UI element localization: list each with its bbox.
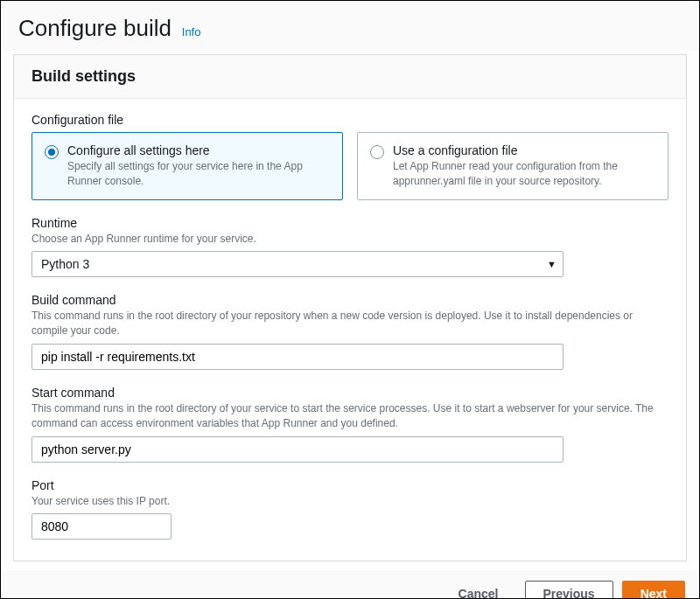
port-group: Port Your service uses this IP port. [32, 478, 668, 540]
radio-icon [370, 145, 384, 159]
page-header: Configure build Info [1, 1, 699, 51]
cancel-button[interactable]: Cancel [441, 582, 516, 599]
radio-icon [45, 145, 59, 159]
configuration-file-label: Configuration file [32, 113, 668, 127]
runtime-group: Runtime Choose an App Runner runtime for… [32, 216, 668, 278]
radio-title: Configure all settings here [67, 143, 330, 157]
start-command-desc: This command runs in the root directory … [32, 401, 668, 431]
build-command-label: Build command [32, 293, 668, 307]
next-button[interactable]: Next [622, 581, 685, 599]
start-command-label: Start command [32, 386, 668, 400]
panel-header: Build settings [14, 55, 686, 99]
build-command-input[interactable] [32, 344, 564, 370]
build-command-desc: This command runs in the root directory … [32, 309, 668, 338]
port-input[interactable] [32, 513, 172, 540]
radio-configure-here[interactable]: Configure all settings here Specify all … [32, 132, 343, 200]
radio-desc: Specify all settings for your service he… [67, 159, 330, 189]
radio-use-config-file[interactable]: Use a configuration file Let App Runner … [357, 132, 668, 200]
build-command-group: Build command This command runs in the r… [32, 293, 668, 370]
start-command-group: Start command This command runs in the r… [32, 386, 668, 463]
panel-title: Build settings [32, 67, 668, 86]
runtime-label: Runtime [32, 216, 668, 230]
configuration-file-group: Configuration file Configure all setting… [32, 113, 668, 200]
runtime-select[interactable]: Python 3 [32, 251, 564, 277]
page-title: Configure build [18, 15, 172, 41]
port-label: Port [32, 478, 668, 492]
info-link[interactable]: Info [182, 25, 201, 38]
panel-body: Configuration file Configure all setting… [14, 99, 686, 561]
previous-button[interactable]: Previous [525, 581, 613, 599]
build-settings-panel: Build settings Configuration file Config… [13, 54, 687, 561]
port-desc: Your service uses this IP port. [32, 494, 668, 509]
runtime-desc: Choose an App Runner runtime for your se… [32, 232, 668, 247]
start-command-input[interactable] [32, 436, 564, 463]
footer-actions: Cancel Previous Next [1, 570, 699, 599]
radio-desc: Let App Runner read your configuration f… [393, 159, 655, 189]
configuration-file-options: Configure all settings here Specify all … [32, 132, 668, 200]
radio-title: Use a configuration file [393, 143, 655, 157]
